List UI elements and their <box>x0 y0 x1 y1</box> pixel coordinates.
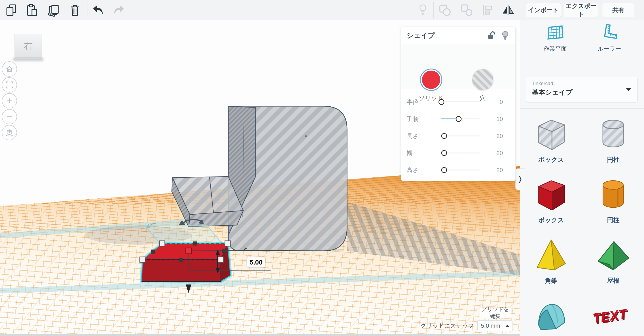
height-handle[interactable] <box>186 248 192 254</box>
shape-card-round-roof[interactable]: 円形屋根 <box>520 296 582 336</box>
shape-library-select[interactable]: Tinkercad 基本シェイプ <box>526 77 638 102</box>
workplane-light-icon[interactable] <box>416 4 429 17</box>
lightbulb-icon[interactable] <box>500 31 510 41</box>
slider-handle[interactable] <box>441 133 447 139</box>
ungroup-icon[interactable] <box>460 4 473 17</box>
ruler-label: ルーラー <box>585 45 634 53</box>
red-box-thumb <box>532 175 571 214</box>
corner-handle[interactable] <box>225 241 230 246</box>
library-brand: Tinkercad <box>532 81 632 86</box>
snap-controls: グリッドにスナップ 5.0 mm <box>420 320 513 331</box>
duplicate-icon[interactable] <box>46 4 60 17</box>
shape-card-roof[interactable]: 屋根 <box>582 235 644 296</box>
slider-value: 20 <box>480 133 503 139</box>
toolbar-divider <box>411 2 411 18</box>
material-section: ソリッド 穴 <box>401 44 516 89</box>
corner-handle[interactable] <box>160 241 165 246</box>
shape-gallery: ボックス 円柱 ボ <box>520 109 644 336</box>
hole-cylinder-thumb <box>594 114 633 154</box>
slider-handle[interactable] <box>441 167 447 173</box>
slider-label: 長さ <box>401 132 435 140</box>
fit-view-button[interactable] <box>2 77 17 92</box>
shape-card-label: 角錐 <box>545 276 558 285</box>
solid-option[interactable]: ソリッド <box>409 69 454 102</box>
edge-handle[interactable] <box>179 258 183 262</box>
dimension-value-label[interactable]: 5.00 <box>247 257 265 267</box>
delete-icon[interactable] <box>68 4 82 17</box>
edit-grid-button[interactable]: グリッドを編集 <box>479 307 512 318</box>
hole-slab-object[interactable] <box>228 106 347 251</box>
solid-swatch[interactable] <box>420 69 442 91</box>
unlock-icon[interactable] <box>486 31 496 41</box>
shape-card-label: ボックス <box>538 155 564 164</box>
edge-handle[interactable] <box>193 241 197 246</box>
toolbar-divider <box>477 2 477 18</box>
edge-handle[interactable] <box>152 250 156 254</box>
hole-swatch[interactable] <box>472 69 494 91</box>
shape-card-label: 円柱 <box>607 155 620 164</box>
slider-handle[interactable] <box>456 116 462 122</box>
shapes-library-panel: 〉 作業平面 ルーラー <box>520 20 644 336</box>
copy-icon[interactable] <box>5 4 18 17</box>
share-button[interactable]: 共有 <box>602 3 634 17</box>
group-icon[interactable] <box>438 4 451 17</box>
view-cube[interactable]: 右 <box>14 34 42 58</box>
view-cube-shadow <box>13 58 43 61</box>
zoom-in-button[interactable] <box>2 93 17 108</box>
shape-card-cylinder[interactable]: 円柱 <box>582 175 644 235</box>
text-shape-thumb: TEXT TEXT <box>594 296 633 335</box>
corner-handle[interactable] <box>218 257 224 262</box>
height-slider[interactable] <box>440 167 480 173</box>
pyramid-thumb <box>532 235 571 275</box>
snap-to-grid-label: グリッドにスナップ <box>420 322 474 330</box>
zoom-out-button[interactable] <box>2 109 17 124</box>
canvas-bottom-strip <box>0 334 520 336</box>
corner-handle[interactable] <box>140 257 145 262</box>
slider-handle[interactable] <box>438 99 444 105</box>
export-button[interactable]: エクスポート <box>564 3 598 17</box>
slider-label: 幅 <box>401 149 435 157</box>
library-selected: 基本シェイプ <box>532 88 632 97</box>
radius-slider[interactable] <box>440 99 480 105</box>
width-slider[interactable] <box>440 150 480 156</box>
shape-card-label: 屋根 <box>607 276 620 285</box>
library-section: Tinkercad 基本シェイプ <box>520 71 644 109</box>
shape-card-hole-box[interactable]: ボックス <box>520 114 582 175</box>
slider-row-length: 長さ 20 <box>401 127 516 144</box>
slider-value: 20 <box>480 167 503 174</box>
slider-handle[interactable] <box>441 150 447 156</box>
hole-shadow-on-floor <box>347 202 520 275</box>
slider-label: 手順 <box>401 115 435 123</box>
shape-card-box[interactable]: ボックス <box>520 175 582 235</box>
align-icon[interactable] <box>481 4 494 17</box>
shape-card-hole-cylinder[interactable]: 円柱 <box>582 114 644 175</box>
shape-inspector-panel: シェイプ ソリッド <box>401 27 516 181</box>
home-view-button[interactable] <box>2 61 17 77</box>
toolbar-divider <box>131 2 131 18</box>
round-roof-thumb <box>532 296 571 335</box>
mirror-icon[interactable] <box>502 4 514 17</box>
slider-row-width: 幅 20 <box>401 144 516 161</box>
tinkercad-editor: インポート エクスポート 共有 <box>0 0 644 336</box>
length-slider[interactable] <box>440 133 480 139</box>
snap-grid-select[interactable]: 5.0 mm <box>478 320 513 331</box>
shape-panel-header: シェイプ <box>401 27 516 44</box>
paste-icon[interactable] <box>25 4 38 17</box>
shape-sliders: 半径 0 手順 10 長さ 20 幅 <box>401 89 516 179</box>
slider-value: 10 <box>480 116 503 122</box>
shape-card-pyramid[interactable]: 角錐 <box>520 235 582 296</box>
drop-to-workplane-arrow[interactable] <box>186 284 192 293</box>
undo-icon[interactable] <box>91 4 104 17</box>
shape-card-text[interactable]: TEXT TEXT 文字 <box>582 296 644 336</box>
toolbar-divider <box>87 2 88 18</box>
perspective-toggle-button[interactable] <box>2 125 17 140</box>
ruler-tool[interactable]: ルーラー <box>585 24 634 53</box>
edge-handle[interactable] <box>222 249 226 253</box>
toolbar-divider <box>433 2 434 18</box>
shape-card-label: ボックス <box>538 216 564 224</box>
workplane-tool[interactable]: 作業平面 <box>531 24 580 53</box>
steps-slider[interactable] <box>440 116 480 122</box>
redo-icon[interactable] <box>113 4 126 17</box>
import-button[interactable]: インポート <box>526 3 561 17</box>
hole-option[interactable]: 穴 <box>460 69 505 102</box>
